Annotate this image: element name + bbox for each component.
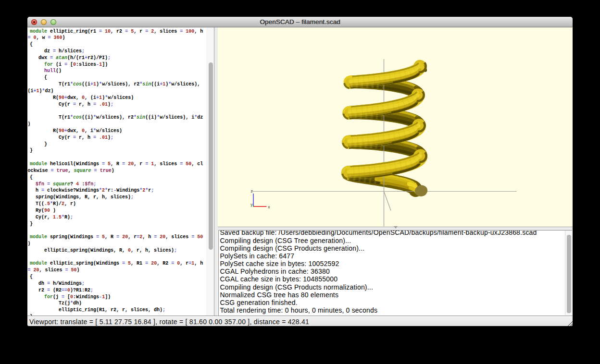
svg-text:x: x: [268, 205, 270, 209]
svg-text:z: z: [250, 189, 252, 194]
svg-text:y: y: [250, 202, 253, 207]
